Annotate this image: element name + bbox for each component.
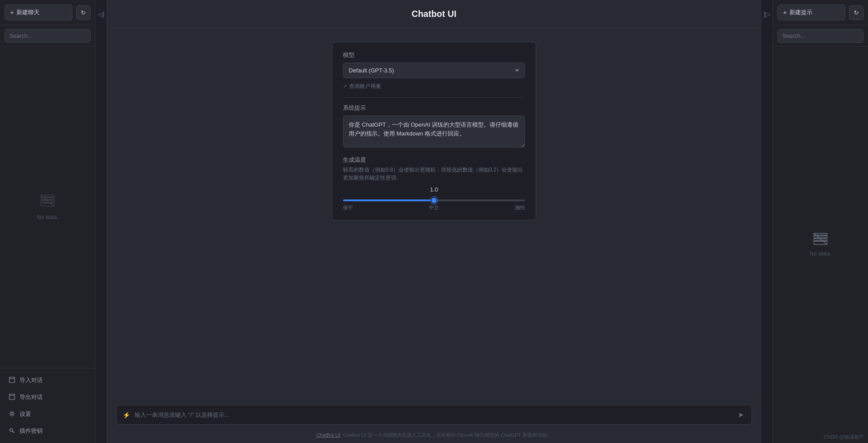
account-link-text: 查阅账户用量 — [349, 83, 381, 90]
export-label: 导出对话 — [20, 393, 43, 401]
temperature-value: 1.0 — [343, 186, 525, 193]
svg-rect-6 — [9, 394, 15, 395]
import-label: 导入对话 — [20, 376, 43, 384]
sidebar-item-settings[interactable]: 设置 — [2, 406, 93, 423]
sidebar-item-plugin-key[interactable]: 插件密钥 — [2, 423, 93, 439]
left-no-data-text: No data. — [36, 214, 58, 220]
main-title: Chatbot UI — [116, 9, 752, 19]
no-data-table-icon — [40, 195, 55, 210]
temp-label-neutral: 中立 — [429, 204, 439, 211]
svg-rect-10 — [814, 236, 827, 238]
svg-rect-5 — [9, 377, 15, 379]
system-prompt-label: 系统提示 — [343, 104, 525, 112]
send-icon: ➤ — [738, 411, 744, 419]
svg-rect-1 — [41, 198, 54, 200]
external-link-icon: ↗ — [343, 84, 347, 89]
main-header: Chatbot UI — [107, 0, 761, 28]
right-search-bar — [773, 25, 868, 47]
footer-chatbot-link[interactable]: ChatBot UI — [316, 432, 340, 438]
export-icon — [9, 394, 15, 401]
right-no-data-text: No data. — [809, 250, 831, 257]
left-sidebar: + 新建聊天 ↻ No data. 导入对话 — [0, 0, 96, 443]
temperature-slider[interactable] — [343, 200, 525, 201]
chat-input-prefix-icon: ⚡ — [123, 411, 130, 419]
temperature-slider-container — [343, 196, 525, 203]
collapse-left-icon: ◁| — [98, 11, 104, 18]
refresh-chat-button[interactable]: ↻ — [76, 5, 91, 20]
temp-label-conservative: 保守 — [343, 204, 353, 211]
settings-panel: 模型 Default (GPT-3.5) GPT-4 GPT-3.5-turbo… — [107, 28, 761, 398]
plus-icon: + — [10, 9, 14, 16]
plus-icon-right: + — [783, 9, 787, 16]
chat-input-area: ⚡ ➤ — [107, 398, 761, 429]
send-button[interactable]: ➤ — [736, 410, 745, 420]
left-sidebar-bottom: 导入对话 导出对话 设置 插件密钥 — [0, 368, 95, 443]
settings-label: 设置 — [20, 410, 31, 418]
refresh-prompt-button[interactable]: ↻ — [849, 5, 864, 20]
plugin-key-icon — [9, 427, 15, 435]
model-select[interactable]: Default (GPT-3.5) GPT-4 GPT-3.5-turbo — [343, 63, 525, 78]
collapse-right-icon: |▷ — [764, 11, 770, 18]
import-icon — [9, 377, 15, 384]
main-footer: ChatBot UI. Chatbot UI 是一个高级聊天机器人工具包，旨在模… — [107, 429, 761, 443]
right-search-input[interactable] — [777, 29, 864, 43]
temperature-label: 生成温度 — [343, 156, 525, 164]
sidebar-item-import[interactable]: 导入对话 — [2, 372, 93, 389]
new-chat-button[interactable]: + 新建聊天 — [4, 4, 72, 20]
right-sidebar-top: + 新建提示 ↻ — [773, 0, 868, 25]
left-search-input[interactable] — [4, 29, 91, 43]
chat-input-field[interactable] — [135, 411, 732, 418]
collapse-left-panel: ◁| — [96, 0, 107, 443]
new-prompt-button[interactable]: + 新建提示 — [777, 4, 845, 20]
refresh-icon: ↻ — [81, 9, 86, 16]
temperature-section: 生成温度 较高的数值（例如0.8）会使输出更随机，而较低的数值（例如0.2）会使… — [343, 156, 525, 211]
model-label: 模型 — [343, 51, 525, 59]
right-sidebar: + 新建提示 ↻ No data. — [772, 0, 868, 443]
account-link[interactable]: ↗ 查阅账户用量 — [343, 83, 525, 90]
watermark: CSDN @杨浦老芦 — [824, 434, 864, 440]
left-sidebar-empty: No data. — [0, 47, 95, 368]
section-divider — [343, 97, 525, 98]
new-prompt-label: 新建提示 — [789, 8, 812, 16]
new-chat-label: 新建聊天 — [16, 8, 40, 16]
sidebar-item-export[interactable]: 导出对话 — [2, 389, 93, 406]
left-search-bar — [0, 25, 95, 47]
collapse-right-panel: |▷ — [761, 0, 772, 443]
settings-card: 模型 Default (GPT-3.5) GPT-4 GPT-3.5-turbo… — [332, 42, 536, 220]
refresh-prompt-icon: ↻ — [854, 9, 859, 16]
chat-input-wrapper: ⚡ ➤ — [116, 405, 752, 425]
system-prompt-textarea[interactable]: 你是 ChatGPT，一个由 OpenAI 训练的大型语言模型。请仔细遵循用户的… — [343, 116, 525, 148]
left-sidebar-top: + 新建聊天 ↻ — [0, 0, 95, 25]
footer-text: . Chatbot UI 是一个高级聊天机器人工具包，旨在模仿 OpenAI 聊… — [340, 432, 552, 438]
temperature-desc: 较高的数值（例如0.8）会使输出更随机，而较低的数值（例如0.2）会使输出更加聚… — [343, 166, 525, 182]
right-no-data-icon — [813, 233, 828, 247]
main-area: Chatbot UI 模型 Default (GPT-3.5) GPT-4 GP… — [107, 0, 761, 443]
collapse-left-button[interactable]: ◁| — [96, 9, 106, 20]
plugin-key-label: 插件密钥 — [20, 427, 43, 435]
temperature-scale-labels: 保守 中立 随性 — [343, 204, 525, 211]
settings-icon — [9, 411, 15, 418]
collapse-right-button[interactable]: |▷ — [762, 9, 772, 20]
right-sidebar-empty: No data. — [773, 47, 868, 443]
svg-point-7 — [11, 412, 13, 415]
temp-label-random: 随性 — [515, 204, 525, 211]
